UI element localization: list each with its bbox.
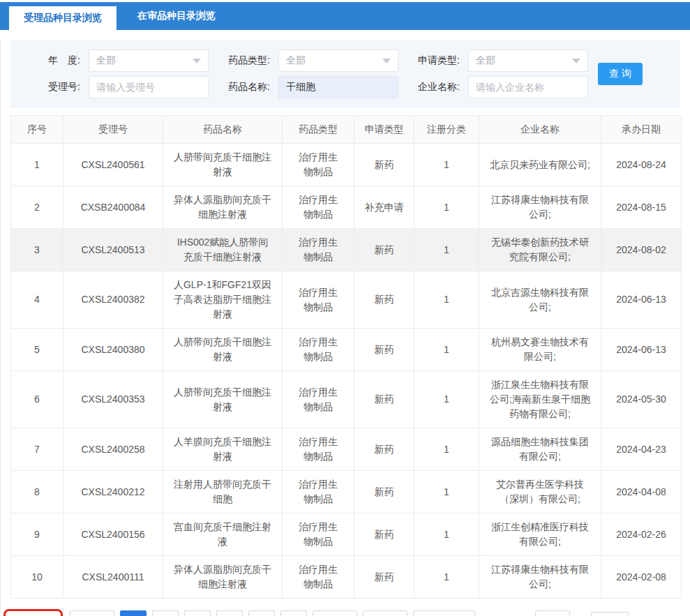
- table-row: 4CXSL2400382人GLP-1和FGF21双因子高表达脂肪干细胞注射液治疗…: [11, 271, 682, 329]
- table-cell: 2024-08-15: [601, 186, 682, 229]
- tab-under-review-catalog[interactable]: 在审品种目录浏览: [117, 2, 237, 30]
- search-button[interactable]: 查询: [598, 63, 643, 85]
- table-row: 5CXSL2400380人脐带间充质干细胞注射液治疗用生物制品新药1杭州易文赛生…: [11, 329, 682, 371]
- table-cell: 1: [414, 471, 479, 513]
- table-cell: 治疗用生物制品: [283, 186, 354, 229]
- table-cell: 新药: [354, 144, 414, 186]
- table-cell: 1: [414, 144, 479, 186]
- ellipsis-button[interactable]: ...: [280, 610, 307, 616]
- drug-name-label: 药品名称:: [209, 81, 270, 93]
- table-cell: 新药: [354, 513, 414, 556]
- table-cell: CXSL2400212: [63, 471, 163, 513]
- filter-panel: 年 度: 全部 药品类型: 全部 申请类型: 全部: [10, 40, 680, 108]
- table-cell: 杭州易文赛生物技术有限公司;: [479, 329, 601, 371]
- drug-name-input[interactable]: [278, 76, 398, 98]
- total-count-badge: 共 103 条: [3, 609, 63, 616]
- apply-type-select[interactable]: 全部: [468, 50, 588, 72]
- table-row: 3CXSL2400513IHS002赋能人脐带间充质干细胞注射液治疗用生物制品新…: [11, 229, 682, 271]
- drug-type-select-value: 全部: [286, 54, 306, 67]
- table-cell: 7: [11, 428, 63, 471]
- apply-type-select-value: 全部: [476, 54, 495, 67]
- table-cell: 2024-08-24: [601, 144, 682, 186]
- table-row: 6CXSL2400353人脐带间充质干细胞注射液治疗用生物制品新药1浙江泉生生物…: [11, 371, 682, 428]
- company-input[interactable]: [468, 76, 588, 98]
- column-header: 药品类型: [283, 116, 354, 144]
- table-cell: 1: [414, 329, 479, 371]
- chevron-down-icon: [572, 59, 580, 63]
- table-cell: 治疗用生物制品: [283, 428, 354, 471]
- page-buttons: 12345: [120, 610, 275, 616]
- company-label: 企业名称:: [398, 81, 460, 93]
- table-cell: 治疗用生物制品: [283, 271, 354, 329]
- table-cell: 治疗用生物制品: [283, 556, 354, 599]
- apply-type-label: 申请类型:: [398, 54, 460, 67]
- table-cell: CXSL2400156: [63, 513, 163, 556]
- filter-company: 企业名称:: [398, 76, 588, 98]
- table-cell: 治疗用生物制品: [283, 471, 354, 513]
- page-button-2[interactable]: 2: [152, 610, 179, 616]
- table-cell: 1: [414, 556, 479, 599]
- prev-page-button[interactable]: 上一页: [70, 610, 114, 616]
- table-cell: 5: [11, 329, 63, 371]
- chevron-down-icon: [382, 59, 391, 63]
- year-select[interactable]: 全部: [89, 50, 209, 72]
- table-header-row: 序号受理号药品名称药品类型申请类型注册分类企业名称承办日期: [11, 116, 682, 144]
- confirm-button[interactable]: 确定: [591, 612, 629, 616]
- page-button-4[interactable]: 4: [216, 610, 243, 616]
- drug-type-select[interactable]: 全部: [278, 50, 398, 72]
- filter-drug-type: 药品类型: 全部: [209, 50, 398, 72]
- table-cell: 新药: [354, 471, 414, 513]
- table-cell: CXSL2400513: [63, 229, 163, 271]
- filter-apply-type: 申请类型: 全部: [398, 50, 588, 72]
- table-row: 7CXSL2400258人羊膜间充质干细胞注射液治疗用生物制品新药1源品细胞生物…: [11, 428, 682, 471]
- table-cell: 江苏得康生物科技有限公司;: [479, 556, 601, 599]
- table-cell: CXSL2400382: [63, 271, 163, 329]
- table-cell: 2024-06-13: [601, 329, 682, 371]
- table-cell: 新药: [354, 329, 414, 371]
- table-cell: 人脐带间充质干细胞注射液: [163, 371, 283, 428]
- table-cell: 10: [11, 556, 63, 599]
- table-cell: 2024-06-13: [601, 271, 682, 329]
- page-size-select[interactable]: 10 条/页: [413, 610, 474, 616]
- goto-page-input[interactable]: [535, 610, 570, 616]
- table-cell: 新药: [354, 556, 414, 599]
- page-button-3[interactable]: 3: [184, 610, 211, 616]
- table-cell: CXSL2400258: [63, 428, 163, 471]
- table-cell: 2024-04-08: [601, 471, 682, 513]
- table-cell: 治疗用生物制品: [283, 513, 354, 556]
- tab-accepted-catalog[interactable]: 受理品种目录浏览: [9, 6, 117, 30]
- chevron-down-icon: [193, 59, 201, 63]
- table-cell: 人GLP-1和FGF21双因子高表达脂肪干细胞注射液: [163, 271, 283, 329]
- table-cell: 1: [414, 271, 479, 329]
- table-cell: CXSL2400353: [63, 371, 163, 428]
- page-button-5[interactable]: 5: [248, 610, 275, 616]
- acceptance-no-input[interactable]: [89, 76, 209, 98]
- table-cell: CXSL2400111: [63, 556, 163, 599]
- table-cell: 2024-02-08: [601, 556, 682, 599]
- last-page-button[interactable]: 至末页: [313, 610, 357, 616]
- drug-type-label: 药品类型:: [209, 54, 270, 67]
- table-cell: 浙江生创精准医疗科技有限公司;: [479, 513, 601, 556]
- table-cell: 人脐带间充质干细胞注射液: [163, 329, 283, 371]
- table-body: 1CXSL2400561人脐带间充质干细胞注射液治疗用生物制品新药1北京贝来药业…: [11, 144, 682, 599]
- acceptance-no-label: 受理号:: [10, 81, 80, 93]
- table-cell: CXSB2400084: [63, 186, 163, 229]
- table-cell: 1: [414, 229, 479, 271]
- column-header: 序号: [11, 116, 63, 144]
- table-cell: 北京贝来药业有限公司;: [479, 144, 601, 186]
- table-cell: 注射用人脐带间充质干细胞: [163, 471, 283, 513]
- table-cell: 艾尔普再生医学科技（深圳）有限公司;: [479, 471, 601, 513]
- table-cell: 2024-08-02: [601, 229, 682, 271]
- tab-bar: 受理品种目录浏览 在审品种目录浏览: [0, 2, 690, 30]
- table-cell: 北京吉源生物科技有限公司;: [479, 271, 601, 329]
- next-page-button[interactable]: 下一页: [363, 610, 407, 616]
- table-cell: 8: [11, 471, 63, 513]
- filter-acceptance-no: 受理号:: [10, 76, 209, 98]
- table-cell: 治疗用生物制品: [283, 329, 354, 371]
- page-button-1[interactable]: 1: [120, 610, 147, 616]
- table-cell: 浙江泉生生物科技有限公司;海南新生泉干细胞药物有限公司;: [479, 371, 601, 428]
- table-cell: 宫血间充质干细胞注射液: [163, 513, 283, 556]
- table-cell: 新药: [354, 428, 414, 471]
- column-header: 受理号: [63, 116, 163, 144]
- column-header: 申请类型: [354, 116, 414, 144]
